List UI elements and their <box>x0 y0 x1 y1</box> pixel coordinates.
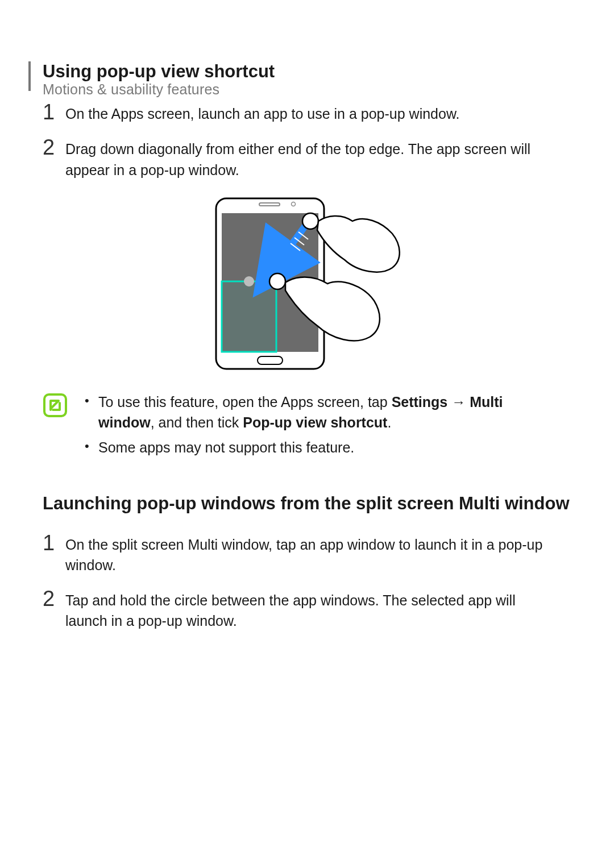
step-number: 2 <box>43 588 63 609</box>
step-text: Tap and hold the circle between the app … <box>65 590 554 632</box>
svg-point-6 <box>244 276 254 286</box>
note-text: , and then tick <box>151 414 243 430</box>
bold-settings: Settings <box>392 394 448 410</box>
svg-rect-5 <box>222 281 276 352</box>
step-text: On the split screen Multi window, tap an… <box>65 534 554 576</box>
note-text: To use this feature, open the Apps scree… <box>98 394 392 410</box>
step-number: 1 <box>43 101 63 123</box>
arrow-text: → <box>447 394 470 410</box>
note-list: To use this feature, open the Apps scree… <box>85 392 562 463</box>
bold-popup-shortcut: Pop-up view shortcut <box>243 414 387 430</box>
step-number: 1 <box>43 532 63 554</box>
note-bullet-1: To use this feature, open the Apps scree… <box>85 392 562 433</box>
step-1: 1 On the split screen Multi window, tap … <box>43 534 571 576</box>
note-block: To use this feature, open the Apps scree… <box>43 392 571 463</box>
note-icon <box>43 393 68 418</box>
svg-point-12 <box>269 273 285 289</box>
figure-container <box>43 196 571 372</box>
svg-point-11 <box>302 213 318 229</box>
note-bullet-2: Some apps may not support this feature. <box>85 437 562 458</box>
step-text: On the Apps screen, launch an app to use… <box>65 103 460 124</box>
step-text: Drag down diagonally from either end of … <box>65 139 554 180</box>
breadcrumb: Motions & usability features <box>43 81 219 98</box>
section-title-launching-popup: Launching pop-up windows from the split … <box>43 493 571 514</box>
step-1: 1 On the Apps screen, launch an app to u… <box>43 103 571 124</box>
drag-gesture-illustration <box>210 196 404 372</box>
section-title-popup-shortcut: Using pop-up view shortcut <box>43 61 571 82</box>
step-2: 2 Tap and hold the circle between the ap… <box>43 590 571 632</box>
phone-and-hands-svg <box>210 196 404 372</box>
step-number: 2 <box>43 136 63 158</box>
note-text: . <box>387 414 391 430</box>
header-vertical-rule <box>28 61 31 91</box>
step-2: 2 Drag down diagonally from either end o… <box>43 139 571 180</box>
